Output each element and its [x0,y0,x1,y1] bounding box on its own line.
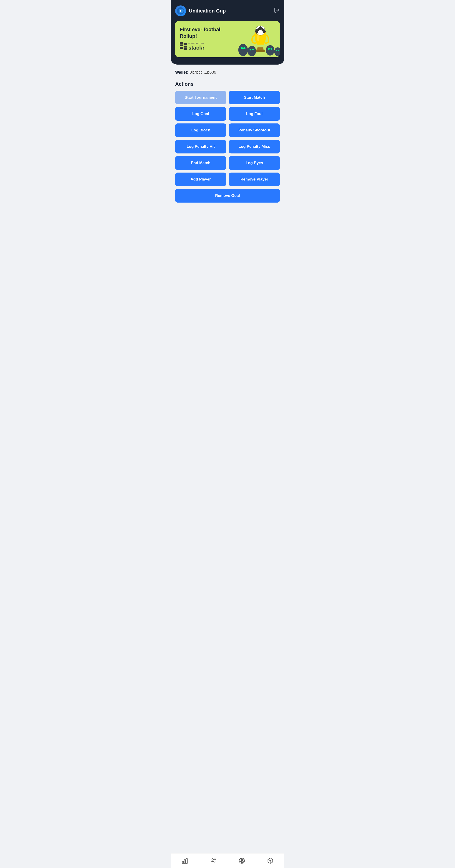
powered-by-area: POWERED BY stackr [188,42,204,51]
powered-by-text: POWERED BY [188,42,204,44]
svg-rect-26 [186,859,187,864]
svg-point-9 [241,47,243,49]
log-byes-button[interactable]: Log Byes [229,156,280,170]
svg-point-17 [274,47,280,56]
banner-illustration [236,23,280,57]
ball-icon [239,858,245,864]
nav-cube[interactable] [263,857,277,865]
wallet-address: 0x7bcc....b609 [190,70,216,74]
svg-rect-2 [180,42,183,44]
svg-marker-30 [241,859,243,861]
header-top: Unification Cup [175,5,280,17]
start-tournament-button[interactable]: Start Tournament [175,91,226,104]
wallet-info: Wallet: 0x7bcc....b609 [175,70,280,75]
svg-point-23 [257,33,259,41]
banner-headline: First ever football Rollup! [180,26,237,39]
svg-point-11 [248,46,256,56]
actions-grid: Start Tournament Start Match Log Goal Lo… [175,91,280,203]
svg-point-15 [268,48,270,50]
add-player-button[interactable]: Add Player [175,173,226,186]
log-penalty-miss-button[interactable]: Log Penalty Miss [229,140,280,153]
remove-goal-button[interactable]: Remove Goal [175,189,280,203]
log-goal-button[interactable]: Log Goal [175,107,226,121]
brand-name: stackr [188,44,204,51]
nav-leaderboard[interactable] [178,857,192,865]
log-block-button[interactable]: Log Block [175,123,226,137]
svg-rect-25 [184,860,186,863]
nav-ball[interactable] [235,857,249,865]
svg-point-27 [212,859,214,860]
svg-rect-24 [182,861,183,863]
bottom-nav [171,853,284,868]
svg-rect-4 [180,47,183,49]
nav-players[interactable] [206,857,220,865]
svg-point-13 [252,49,254,51]
remove-player-button[interactable]: Remove Player [229,173,280,186]
logo-area: Unification Cup [175,5,226,17]
svg-point-10 [243,47,246,49]
svg-point-14 [266,45,274,56]
log-penalty-hit-button[interactable]: Log Penalty Hit [175,140,226,153]
wallet-label: Wallet: [175,70,188,74]
spacer [171,840,284,853]
svg-rect-7 [183,48,187,50]
phone-container: Unification Cup First ever football Roll… [171,0,284,868]
app-logo [175,5,186,17]
cube-icon [267,858,274,864]
svg-point-28 [214,859,216,860]
logout-icon[interactable] [274,7,280,14]
start-match-button[interactable]: Start Match [229,91,280,104]
svg-point-8 [238,44,248,56]
end-match-button[interactable]: End Match [175,156,226,170]
svg-point-16 [271,48,272,50]
svg-point-18 [276,50,277,51]
actions-title: Actions [175,81,280,87]
main-content: Wallet: 0x7bcc....b609 Actions Start Tou… [171,65,284,840]
penalty-shootout-button[interactable]: Penalty Shootout [229,123,280,137]
log-foul-button[interactable]: Log Foul [229,107,280,121]
svg-rect-3 [180,44,183,46]
header: Unification Cup First ever football Roll… [171,0,284,65]
leaderboard-icon [182,858,188,864]
svg-rect-5 [183,43,187,45]
svg-point-12 [250,49,251,51]
app-title: Unification Cup [189,8,226,14]
players-icon [210,858,217,864]
banner: First ever football Rollup! POWERED BY s… [175,21,280,57]
svg-point-19 [278,50,279,51]
svg-rect-6 [183,46,187,48]
svg-rect-21 [257,47,263,50]
